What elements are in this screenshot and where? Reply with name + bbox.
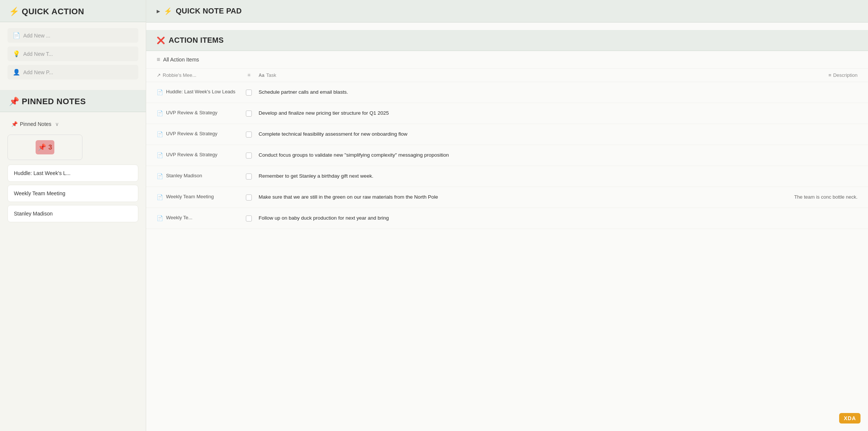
action-items-title: ACTION ITEMS: [169, 36, 224, 45]
task-cell-4: Remember to get Stanley a birthday gift …: [259, 172, 780, 180]
pinned-note-item-1[interactable]: Weekly Team Meeting: [7, 185, 138, 202]
pinned-note-label-0: Huddle: Last Week's L...: [14, 170, 70, 176]
doc-source-icon-5: 📄: [157, 194, 163, 201]
table-row: 📄 Stanley Madison Remember to get Stanle…: [146, 166, 868, 187]
action-items-body: ❌ ACTION ITEMS ≡ All Action Items ↗ Robb…: [146, 22, 868, 236]
all-action-items-row[interactable]: ≡ All Action Items: [146, 51, 868, 69]
add-new-task-label: Add New T...: [23, 51, 53, 57]
source-label-3: UVP Review & Strategy: [166, 151, 217, 158]
quick-action-title: ⚡ QUICK ACTION: [9, 7, 137, 16]
task-cell-5: Make sure that we are still in the green…: [259, 193, 780, 201]
source-cell-4: 📄 Stanley Madison: [157, 172, 239, 180]
source-cell-1: 📄 UVP Review & Strategy: [157, 109, 239, 117]
sidebar-add-buttons-area: 📄 Add New ... 💡 Add New T... 👤 Add New P…: [0, 22, 146, 85]
task-cell-1: Develop and finalize new pricing tier st…: [259, 109, 780, 117]
settings-icon: ✳: [247, 72, 251, 78]
checkbox-cell-0[interactable]: [242, 90, 256, 96]
add-new-task-button[interactable]: 💡 Add New T...: [7, 46, 138, 61]
source-cell-6: 📄 Weekly Te...: [157, 214, 239, 222]
doc-source-icon-2: 📄: [157, 131, 163, 138]
task-checkbox-1[interactable]: [246, 111, 252, 117]
expand-icon: ▶: [157, 9, 160, 14]
person-icon: 👤: [13, 69, 20, 76]
source-arrow-icon: ↗: [157, 72, 161, 78]
action-items-x-icon: ❌: [157, 36, 165, 45]
source-label-6: Weekly Te...: [166, 214, 192, 221]
table-row: 📄 Huddle: Last Week's Low Leads Schedule…: [146, 82, 868, 103]
checkbox-cell-4[interactable]: [242, 174, 256, 180]
task-col-label: Task: [266, 72, 276, 78]
checkbox-cell-1[interactable]: [242, 111, 256, 117]
quick-action-header: ⚡ QUICK ACTION: [0, 0, 146, 22]
doc-source-icon-3: 📄: [157, 152, 163, 159]
doc-source-icon-1: 📄: [157, 110, 163, 117]
checkbox-cell-2[interactable]: [242, 132, 256, 138]
add-new-person-label: Add New P...: [23, 69, 53, 75]
task-checkbox-0[interactable]: [246, 90, 252, 96]
source-cell-3: 📄 UVP Review & Strategy: [157, 151, 239, 159]
pinned-notes-toggle[interactable]: 📌 Pinned Notes ∨: [7, 118, 138, 130]
pinned-note-label-2: Stanley Madison: [14, 211, 53, 217]
table-row: 📄 Weekly Team Meeting Make sure that we …: [146, 187, 868, 208]
source-label-2: UVP Review & Strategy: [166, 130, 217, 137]
task-cell-0: Schedule partner calls and email blasts.: [259, 88, 780, 96]
source-cell-0: 📄 Huddle: Last Week's Low Leads: [157, 88, 239, 96]
desc-icon: ≡: [828, 72, 831, 78]
pinned-notes-toggle-label: Pinned Notes: [20, 121, 51, 127]
quick-note-pad-header[interactable]: ▶ ⚡ QUICK NOTE PAD: [146, 0, 868, 22]
pinned-count: 3: [48, 144, 52, 151]
task-cell-2: Complete technical feasibility assessmen…: [259, 130, 780, 138]
pinned-notes-header: 📌 PINNED NOTES: [0, 90, 146, 112]
table-row: 📄 UVP Review & Strategy Develop and fina…: [146, 103, 868, 124]
source-label-4: Stanley Madison: [166, 172, 202, 179]
table-header-settings: ✳: [242, 72, 256, 78]
pinned-count-inner: 📌 3: [36, 140, 54, 154]
doc-source-icon-4: 📄: [157, 173, 163, 180]
source-label-0: Huddle: Last Week's Low Leads: [166, 88, 235, 95]
chevron-down-icon: ∨: [55, 121, 59, 127]
checkbox-cell-6[interactable]: [242, 216, 256, 221]
checkbox-cell-3[interactable]: [242, 153, 256, 159]
all-action-items-label: All Action Items: [163, 57, 199, 63]
main-content: ▶ ⚡ QUICK NOTE PAD ❌ ACTION ITEMS ≡ All …: [146, 0, 868, 431]
task-checkbox-5[interactable]: [246, 195, 252, 201]
quick-note-pad-title: QUICK NOTE PAD: [176, 7, 242, 15]
task-checkbox-6[interactable]: [246, 216, 252, 221]
task-icon: 💡: [13, 50, 20, 57]
desc-cell-5: The team is conc bottle neck.: [783, 194, 858, 201]
source-label-5: Weekly Team Meeting: [166, 193, 214, 200]
table-header-task: Aa Task: [259, 72, 780, 78]
checkbox-cell-5[interactable]: [242, 195, 256, 201]
task-cell-3: Conduct focus groups to validate new "si…: [259, 151, 780, 159]
pinned-notes-area: 📌 Pinned Notes ∨ 📌 3 Huddle: Last Week's…: [0, 112, 146, 228]
list-icon: ≡: [157, 56, 160, 63]
add-new-person-button[interactable]: 👤 Add New P...: [7, 65, 138, 79]
table-header-row: ↗ Robbie's Mee... ✳ Aa Task ≡ Descriptio…: [146, 69, 868, 82]
pinned-note-item-0[interactable]: Huddle: Last Week's L...: [7, 165, 138, 182]
pinned-note-label-1: Weekly Team Meeting: [14, 190, 65, 196]
doc-source-icon-0: 📄: [157, 89, 163, 96]
task-checkbox-2[interactable]: [246, 132, 252, 138]
source-cell-5: 📄 Weekly Team Meeting: [157, 193, 239, 201]
xda-badge: XDA: [839, 413, 861, 424]
table-header-source: ↗ Robbie's Mee...: [157, 72, 239, 78]
add-new-doc-label: Add New ...: [23, 33, 50, 39]
sidebar: ⚡ QUICK ACTION 📄 Add New ... 💡 Add New T…: [0, 0, 146, 431]
task-cell-6: Follow up on baby duck production for ne…: [259, 214, 780, 222]
action-items-header: ❌ ACTION ITEMS: [146, 30, 868, 51]
task-aa-icon: Aa: [259, 73, 264, 78]
table-header-desc: ≡ Description: [783, 72, 858, 78]
source-col-label: Robbie's Mee...: [163, 72, 196, 78]
source-label-1: UVP Review & Strategy: [166, 109, 217, 116]
task-checkbox-3[interactable]: [246, 153, 252, 159]
add-new-doc-button[interactable]: 📄 Add New ...: [7, 28, 138, 43]
table-row: 📄 Weekly Te... Follow up on baby duck pr…: [146, 208, 868, 229]
pinned-notes-title: 📌 PINNED NOTES: [9, 97, 137, 106]
desc-col-label: Description: [833, 72, 858, 78]
source-cell-2: 📄 UVP Review & Strategy: [157, 130, 239, 138]
pinned-note-item-2[interactable]: Stanley Madison: [7, 205, 138, 222]
table-row: 📄 UVP Review & Strategy Complete technic…: [146, 124, 868, 145]
task-checkbox-4[interactable]: [246, 174, 252, 180]
doc-source-icon-6: 📄: [157, 215, 163, 222]
table-row: 📄 UVP Review & Strategy Conduct focus gr…: [146, 145, 868, 166]
